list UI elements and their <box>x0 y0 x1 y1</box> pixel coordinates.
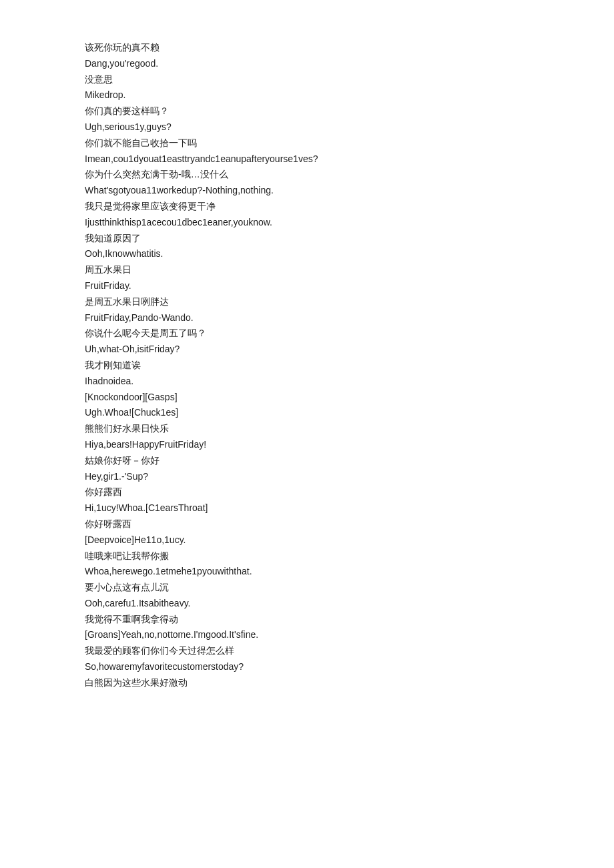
subtitle-line-28: 你好露西 <box>85 484 529 500</box>
subtitle-line-38: 我最爱的顾客们你们今天过得怎么样 <box>85 643 529 659</box>
subtitle-line-25: Hiya,bears!HappyFruitFriday! <box>85 437 529 453</box>
subtitle-line-32: 哇哦来吧让我帮你搬 <box>85 548 529 564</box>
subtitle-line-9: What'sgotyoua11workedup?-Nothing,nothing… <box>85 183 529 199</box>
subtitle-line-13: Ooh,Iknowwhatitis. <box>85 246 529 262</box>
subtitle-line-14: 周五水果日 <box>85 262 529 278</box>
subtitle-line-6: 你们就不能自己收拾一下吗 <box>85 135 529 151</box>
subtitle-line-39: So,howaremyfavoritecustomerstoday? <box>85 659 529 675</box>
subtitle-line-30: 你好呀露西 <box>85 516 529 532</box>
subtitle-line-21: Ihadnoidea. <box>85 374 529 390</box>
subtitle-line-26: 姑娘你好呀－你好 <box>85 453 529 469</box>
subtitle-line-1: Dang,you'regood. <box>85 56 529 72</box>
subtitle-line-31: [Deepvoice]He11o,1ucy. <box>85 532 529 548</box>
subtitle-line-22: [Knockondoor][Gasps] <box>85 390 529 406</box>
subtitle-line-11: Ijustthinkthisp1acecou1dbec1eaner,youkno… <box>85 215 529 231</box>
subtitle-line-10: 我只是觉得家里应该变得更干净 <box>85 199 529 215</box>
subtitle-line-7: Imean,cou1dyouat1easttryandc1eanupaftery… <box>85 151 529 167</box>
subtitle-line-16: 是周五水果日咧胖达 <box>85 294 529 310</box>
subtitle-line-0: 该死你玩的真不赖 <box>85 40 529 56</box>
subtitle-line-23: Ugh.Whoa![Chuck1es] <box>85 405 529 421</box>
subtitle-line-19: Uh,what-Oh,isitFriday? <box>85 342 529 358</box>
subtitle-line-36: 我觉得不重啊我拿得动 <box>85 612 529 628</box>
subtitle-line-24: 熊熊们好水果日快乐 <box>85 421 529 437</box>
subtitle-line-8: 你为什么突然充满干劲-哦…没什么 <box>85 167 529 183</box>
subtitle-line-3: Mikedrop. <box>85 87 529 103</box>
subtitle-line-18: 你说什么呢今天是周五了吗？ <box>85 326 529 342</box>
subtitle-line-12: 我知道原因了 <box>85 231 529 247</box>
subtitle-line-35: Ooh,carefu1.Itsabitheavy. <box>85 596 529 612</box>
subtitle-line-15: FruitFriday. <box>85 278 529 294</box>
subtitle-line-20: 我才刚知道诶 <box>85 358 529 374</box>
subtitle-line-33: Whoa,herewego.1etmehe1pyouwiththat. <box>85 564 529 580</box>
subtitle-line-17: FruitFriday,Pando-Wando. <box>85 310 529 326</box>
subtitle-line-5: Ugh,serious1y,guys? <box>85 119 529 135</box>
subtitle-line-34: 要小心点这有点儿沉 <box>85 580 529 596</box>
subtitle-line-4: 你们真的要这样吗？ <box>85 103 529 119</box>
subtitle-line-40: 白熊因为这些水果好激动 <box>85 675 529 691</box>
subtitle-line-37: [Groans]Yeah,no,nottome.I'mgood.It'sfine… <box>85 627 529 643</box>
subtitle-line-29: Hi,1ucy!Whoa.[C1earsThroat] <box>85 500 529 516</box>
subtitle-list: 该死你玩的真不赖Dang,you'regood.没意思Mikedrop.你们真的… <box>85 40 529 691</box>
subtitle-line-27: Hey,gir1.-'Sup? <box>85 469 529 485</box>
subtitle-line-2: 没意思 <box>85 72 529 88</box>
